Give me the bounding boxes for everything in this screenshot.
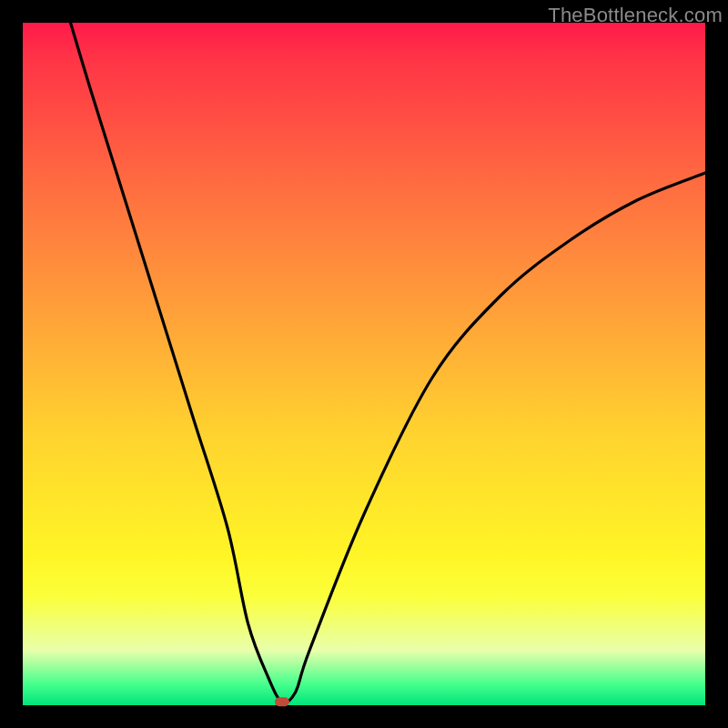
optimum-marker bbox=[275, 697, 289, 706]
plot-area bbox=[23, 23, 705, 705]
bottleneck-curve-path bbox=[71, 23, 706, 703]
chart-container: TheBottleneck.com bbox=[0, 0, 728, 728]
curve-svg bbox=[23, 23, 705, 705]
